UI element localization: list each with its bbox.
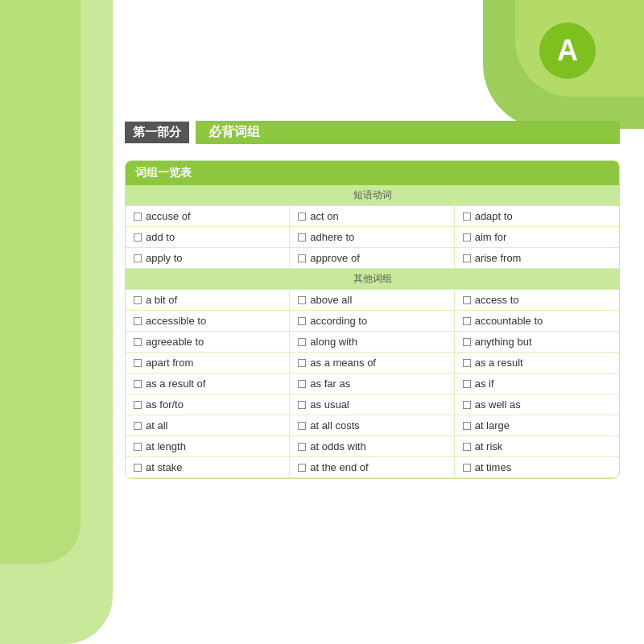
word-cell[interactable]: as a result (455, 353, 619, 374)
word-text: as far as (310, 378, 350, 390)
word-cell[interactable]: aim for (455, 227, 619, 248)
word-cell[interactable]: add to (126, 227, 290, 248)
checkbox-icon[interactable] (298, 464, 306, 472)
word-cell[interactable]: apart from (126, 353, 290, 374)
word-cell[interactable]: at stake (126, 457, 290, 478)
checkbox-icon[interactable] (463, 254, 471, 262)
word-cell[interactable]: apply to (126, 248, 290, 269)
word-text: act on (310, 210, 338, 222)
checkbox-icon[interactable] (134, 254, 142, 262)
word-text: above all (310, 294, 352, 306)
word-cell[interactable]: a bit of (126, 290, 290, 311)
word-cell[interactable]: as usual (290, 394, 454, 415)
word-text: at odds with (310, 440, 365, 452)
checkbox-icon[interactable] (134, 213, 142, 221)
word-cell[interactable]: agreeable to (126, 332, 290, 353)
checkbox-icon[interactable] (298, 254, 306, 262)
word-cell[interactable]: anything but (455, 332, 619, 353)
word-text: a bit of (146, 294, 177, 306)
word-text: aim for (475, 231, 507, 243)
checkbox-icon[interactable] (463, 317, 471, 325)
word-cell[interactable]: above all (290, 290, 454, 311)
word-cell[interactable]: adapt to (455, 206, 619, 227)
checkbox-icon[interactable] (463, 359, 471, 367)
word-cell[interactable]: act on (290, 206, 454, 227)
word-cell[interactable]: according to (290, 311, 454, 332)
word-cell[interactable]: adhere to (290, 227, 454, 248)
checkbox-icon[interactable] (463, 296, 471, 304)
checkbox-icon[interactable] (298, 422, 306, 430)
checkbox-icon[interactable] (298, 380, 306, 388)
checkbox-icon[interactable] (463, 464, 471, 472)
word-grid-1: accuse ofact onadapt toadd toadhere toai… (126, 205, 619, 269)
word-cell[interactable]: at risk (455, 436, 619, 457)
word-cell[interactable]: along with (290, 332, 454, 353)
checkbox-icon[interactable] (134, 464, 142, 472)
checkbox-icon[interactable] (134, 233, 142, 242)
word-cell[interactable]: as a means of (290, 353, 454, 374)
word-cell[interactable]: at odds with (290, 436, 454, 457)
word-cell[interactable]: as well as (455, 394, 619, 415)
word-cell[interactable]: at large (455, 415, 619, 436)
checkbox-icon[interactable] (463, 401, 471, 409)
checkbox-icon[interactable] (134, 401, 142, 409)
word-cell[interactable]: as for/to (126, 394, 290, 415)
checkbox-icon[interactable] (463, 380, 471, 388)
checkbox-icon[interactable] (298, 443, 306, 451)
section-title: 必背词组 (196, 121, 620, 144)
checkbox-icon[interactable] (298, 233, 306, 242)
word-cell[interactable]: arise from (455, 248, 619, 269)
word-cell[interactable]: at all costs (290, 415, 454, 436)
word-cell[interactable]: at times (455, 457, 619, 478)
word-list-container: 词组一览表 短语动词 accuse ofact onadapt toadd to… (125, 160, 620, 479)
checkbox-icon[interactable] (298, 317, 306, 325)
checkbox-icon[interactable] (298, 213, 306, 221)
checkbox-icon[interactable] (463, 233, 471, 242)
word-text: at length (146, 440, 186, 452)
checkbox-icon[interactable] (134, 422, 142, 430)
word-cell[interactable]: accuse of (126, 206, 290, 227)
word-text: apply to (146, 252, 183, 264)
word-cell[interactable]: accessible to (126, 311, 290, 332)
checkbox-icon[interactable] (134, 317, 142, 325)
word-cell[interactable]: as far as (290, 374, 454, 394)
checkbox-icon[interactable] (134, 380, 142, 388)
letter-label: A (557, 34, 578, 68)
checkbox-icon[interactable] (134, 338, 142, 346)
word-text: at risk (475, 440, 503, 452)
word-cell[interactable]: approve of (290, 248, 454, 269)
word-cell[interactable]: as if (455, 374, 619, 394)
checkbox-icon[interactable] (463, 338, 471, 346)
checkbox-icon[interactable] (134, 443, 142, 451)
checkbox-icon[interactable] (134, 359, 142, 367)
word-grid-2: a bit ofabove allaccess toaccessible toa… (126, 289, 619, 478)
word-text: approve of (310, 252, 359, 264)
checkbox-icon[interactable] (463, 443, 471, 451)
word-text: agreeable to (146, 336, 204, 348)
word-text: accountable to (475, 315, 543, 327)
word-text: access to (475, 294, 519, 306)
checkbox-icon[interactable] (298, 401, 306, 409)
word-text: as for/to (146, 398, 184, 411)
checkbox-icon[interactable] (463, 422, 471, 430)
checkbox-icon[interactable] (298, 296, 306, 304)
word-cell[interactable]: at the end of (290, 457, 454, 478)
word-cell[interactable]: access to (455, 290, 619, 311)
word-text: according to (310, 315, 367, 327)
word-cell[interactable]: at length (126, 436, 290, 457)
word-text: anything but (475, 336, 532, 348)
section-label: 第一部分 (125, 122, 189, 143)
checkbox-icon[interactable] (134, 296, 142, 304)
word-text: accuse of (146, 210, 191, 222)
word-text: at all costs (310, 419, 359, 431)
word-cell[interactable]: at all (126, 415, 290, 436)
checkbox-icon[interactable] (298, 359, 306, 367)
word-text: adhere to (310, 231, 354, 243)
word-cell[interactable]: as a result of (126, 374, 290, 394)
word-cell[interactable]: accountable to (455, 311, 619, 332)
word-text: as well as (475, 398, 521, 411)
checkbox-icon[interactable] (463, 213, 471, 221)
word-text: at stake (146, 461, 183, 473)
checkbox-icon[interactable] (298, 338, 306, 346)
category-row-2: 其他词组 (126, 269, 619, 289)
